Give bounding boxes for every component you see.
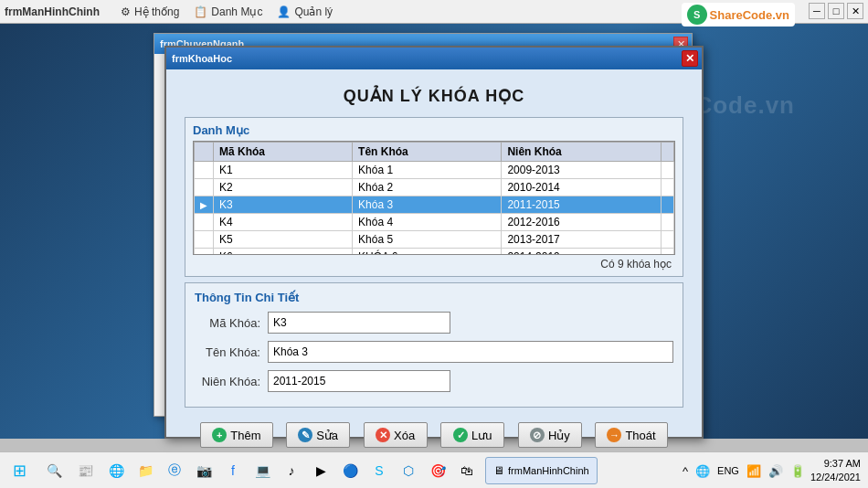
taskbar-chrome-icon[interactable]: 🔵 xyxy=(335,456,365,485)
scroll-spacer xyxy=(662,196,674,214)
taskbar-app-item[interactable]: 🖥 frmManHinhChinh xyxy=(485,457,598,484)
tray-time: 9:37 AM xyxy=(810,457,861,471)
lang-label: ENG xyxy=(715,465,741,476)
selector-col-header xyxy=(195,143,214,162)
sua-icon: ✎ xyxy=(298,428,312,442)
taskbar-folder-icon[interactable]: 📁 xyxy=(131,456,160,485)
menu-item-quan-ly[interactable]: 👤 Quản lý xyxy=(270,4,340,20)
scroll-spacer xyxy=(662,214,674,231)
taskbar-vscode-icon[interactable]: 💻 xyxy=(248,456,277,485)
taskbar-icons: 🔍 📰 xyxy=(39,456,100,485)
ma-khoa-label: Mã Khóa: xyxy=(195,316,268,330)
battery-icon[interactable]: 🔋 xyxy=(789,464,807,478)
scroll-spacer xyxy=(662,231,674,249)
them-icon: + xyxy=(212,428,227,442)
row-selector xyxy=(195,179,214,196)
app-icon: 🖥 xyxy=(493,464,504,477)
cell-ten-khoa: Khóa 1 xyxy=(353,162,502,179)
luu-label: Lưu xyxy=(471,429,492,442)
language-icon[interactable]: 🌐 xyxy=(693,464,712,478)
system-tray: ^ 🌐 ENG 📶 🔊 🔋 9:37 AM 12/24/2021 xyxy=(673,452,868,488)
taskbar-browser-icon[interactable]: 🌐 xyxy=(101,456,131,485)
sua-button[interactable]: ✎Sửa xyxy=(286,422,350,448)
ten-khoa-input[interactable] xyxy=(268,341,673,363)
expand-tray-icon[interactable]: ^ xyxy=(681,464,690,478)
volume-icon[interactable]: 🔊 xyxy=(767,464,785,478)
table-row[interactable]: K2Khóa 22010-2014 xyxy=(195,179,674,196)
taskbar-media-icon[interactable]: ▶ xyxy=(306,456,335,485)
cell-nien-khoa: 2013-2017 xyxy=(502,231,662,249)
khoa-hoc-table: Mã Khóa Tên Khóa Niên Khóa K1Khóa 12009-… xyxy=(194,142,674,255)
cell-ma-khoa: K2 xyxy=(214,179,353,196)
taskbar-dev-icon[interactable]: ⬡ xyxy=(394,456,423,485)
buttons-row: +Thêm✎Sửa✕Xóa✓Lưu⊘Hủy→Thoát xyxy=(185,422,683,448)
thoat-label: Thoát xyxy=(625,429,655,442)
cell-ten-khoa: Khóa 2 xyxy=(353,179,502,196)
row-selector xyxy=(195,162,214,179)
table-row[interactable]: K6KHÓA 62014-2019 xyxy=(195,249,674,256)
ma-khoa-header: Mã Khóa xyxy=(214,143,353,162)
gear-icon: ⚙ xyxy=(121,5,131,18)
taskbar-fb-icon[interactable]: f xyxy=(218,456,248,485)
cell-ten-khoa: Khóa 4 xyxy=(353,214,502,231)
taskbar-ig-icon[interactable]: 📷 xyxy=(189,456,218,485)
cell-nien-khoa: 2011-2015 xyxy=(502,196,662,214)
cell-ma-khoa: K4 xyxy=(214,214,353,231)
ten-khoa-row: Tên Khóa: xyxy=(195,341,673,363)
cell-ten-khoa: Khóa 3 xyxy=(353,196,502,214)
thong-tin-label: Thông Tin Chi Tiết xyxy=(195,291,673,304)
windows-icon: ⊞ xyxy=(13,461,26,481)
cell-ten-khoa: Khóa 5 xyxy=(353,231,502,249)
taskbar-widget-icon[interactable]: 📰 xyxy=(70,456,100,485)
close-button[interactable]: ✕ xyxy=(847,3,863,19)
xoa-label: Xóa xyxy=(394,429,415,442)
ma-khoa-row: Mã Khóa: xyxy=(195,312,673,334)
table-header-row: Mã Khóa Tên Khóa Niên Khóa xyxy=(195,143,674,162)
table-row[interactable]: K5Khóa 52013-2017 xyxy=(195,231,674,249)
huy-button[interactable]: ⊘Hủy xyxy=(518,422,582,448)
nien-khoa-header: Niên Khóa xyxy=(502,143,662,162)
them-button[interactable]: +Thêm xyxy=(200,422,272,448)
taskbar-store-icon[interactable]: 🛍 xyxy=(452,456,482,485)
table-container: Mã Khóa Tên Khóa Niên Khóa K1Khóa 12009-… xyxy=(193,141,675,255)
window-controls: ─ □ ✕ xyxy=(809,3,863,19)
ten-khoa-label: Tên Khóa: xyxy=(195,345,268,359)
tray-clock: 9:37 AM 12/24/2021 xyxy=(810,457,861,485)
inner-close-button[interactable]: ✕ xyxy=(682,50,698,67)
list-icon: 📋 xyxy=(194,5,207,18)
inner-content: QUẢN LÝ KHÓA HỌC Danh Mục Mã Khóa Tên Kh… xyxy=(166,69,702,457)
taskbar-skype-icon[interactable]: S xyxy=(365,456,394,485)
cell-ma-khoa: K5 xyxy=(214,231,353,249)
scroll-col-header xyxy=(662,143,674,162)
cell-ma-khoa: K1 xyxy=(214,162,353,179)
ma-khoa-input[interactable] xyxy=(268,312,450,334)
luu-button[interactable]: ✓Lưu xyxy=(440,422,504,448)
table-body: K1Khóa 12009-2013K2Khóa 22010-2014▶K3Khó… xyxy=(195,162,674,256)
xoa-button[interactable]: ✕Xóa xyxy=(364,422,428,448)
table-row[interactable]: ▶K3Khóa 32011-2015 xyxy=(195,196,674,214)
table-row[interactable]: K1Khóa 12009-2013 xyxy=(195,162,674,179)
taskbar-extra-icon[interactable]: 🎯 xyxy=(423,456,452,485)
inner-window: frmKhoaHoc ✕ QUẢN LÝ KHÓA HỌC Danh Mục M… xyxy=(164,46,704,439)
app-title: frmManHinhChinh xyxy=(5,5,100,18)
taskbar-edge-icon[interactable]: ⓔ xyxy=(160,456,189,485)
table-row[interactable]: K4Khóa 42012-2016 xyxy=(195,214,674,231)
wifi-icon[interactable]: 📶 xyxy=(745,464,763,478)
cell-nien-khoa: 2012-2016 xyxy=(502,214,662,231)
menu-item-he-thong[interactable]: ⚙ Hệ thống xyxy=(113,4,186,20)
danh-muc-label: Danh Mục xyxy=(193,123,675,137)
luu-icon: ✓ xyxy=(453,428,468,442)
scroll-spacer xyxy=(662,162,674,179)
inner-titlebar: frmKhoaHoc ✕ xyxy=(166,48,702,69)
start-button[interactable]: ⊞ xyxy=(4,456,36,485)
menu-item-danh-muc[interactable]: 📋 Danh Mục xyxy=(186,4,270,20)
nien-khoa-row: Niên Khóa: xyxy=(195,370,673,392)
cell-ma-khoa: K3 xyxy=(214,196,353,214)
nien-khoa-input[interactable] xyxy=(268,370,450,392)
thoat-button[interactable]: →Thoát xyxy=(595,422,667,448)
taskbar-search-icon[interactable]: 🔍 xyxy=(39,456,69,485)
restore-button[interactable]: □ xyxy=(828,3,844,19)
logo-circle-icon: S xyxy=(687,5,707,25)
minimize-button[interactable]: ─ xyxy=(809,3,825,19)
taskbar-tiktok-icon[interactable]: ♪ xyxy=(277,456,306,485)
